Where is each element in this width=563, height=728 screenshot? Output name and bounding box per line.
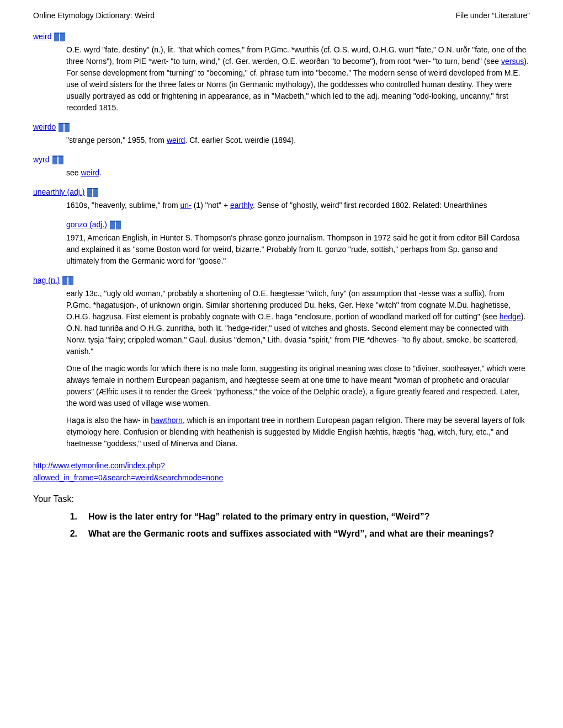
book-icon-weirdo (58, 122, 70, 133)
book-icon-hag (62, 275, 74, 286)
svg-rect-13 (52, 156, 58, 157)
svg-rect-6 (64, 123, 70, 132)
link-versus[interactable]: versus (501, 57, 524, 66)
def-hag: early 13c., "ugly old woman," probably a… (66, 288, 530, 357)
def-unearthly: 1610s, "heavenly, sublime," from un- (1)… (66, 200, 530, 211)
header-left: Online Etymology Dictionary: Weird (33, 11, 155, 20)
svg-rect-5 (59, 123, 64, 132)
book-icon-gonzo (109, 220, 121, 231)
entry-hag: hag (n.) early 13c., "ugly old woman," p… (33, 275, 530, 449)
link-hedge[interactable]: hedge (500, 312, 521, 321)
word-weird[interactable]: weird (33, 32, 51, 41)
svg-rect-0 (54, 33, 60, 41)
task-num-2: 2. (55, 527, 77, 541)
task-section: Your Task: 1. How is the later entry for… (33, 494, 530, 541)
svg-rect-22 (115, 221, 116, 229)
svg-rect-12 (57, 156, 59, 164)
svg-rect-15 (87, 188, 93, 197)
entry-wyrd: wyrd see weird. (33, 154, 530, 179)
svg-rect-26 (68, 276, 73, 285)
def-gonzo: 1971, American English, in Hunter S. Tho… (66, 232, 530, 267)
word-wyrd[interactable]: wyrd (33, 155, 50, 164)
url-line2[interactable]: allowed_in_frame=0&search=weird&searchmo… (33, 472, 530, 484)
header-right: File under “Literature” (455, 11, 530, 20)
svg-rect-25 (62, 276, 68, 285)
book-icon-unearthly (87, 187, 99, 198)
task-item-1: 1. How is the later entry for “Hag” rela… (55, 510, 530, 524)
svg-rect-4 (60, 33, 65, 34)
link-weird-from-wyrd[interactable]: weird (81, 168, 99, 177)
svg-rect-24 (115, 221, 121, 222)
svg-rect-28 (62, 276, 68, 277)
svg-rect-14 (58, 156, 63, 157)
hag-extra-para1: One of the magic words for which there i… (66, 363, 530, 409)
word-hag[interactable]: hag (n.) (33, 276, 60, 285)
def-weirdo: "strange person," 1955, from weird. Cf. … (66, 135, 530, 146)
task-label: Your Task: (33, 494, 530, 504)
def-wyrd: see weird. (66, 167, 530, 179)
svg-rect-9 (64, 123, 70, 124)
task-num-1: 1. (55, 510, 77, 524)
svg-rect-27 (67, 276, 68, 285)
page-header: Online Etymology Dictionary: Weird File … (33, 11, 530, 20)
svg-rect-1 (60, 33, 65, 41)
svg-rect-11 (58, 156, 63, 164)
word-gonzo[interactable]: gonzo (adj.) (66, 220, 107, 229)
entry-gonzo: gonzo (adj.) 1971, American English, in … (33, 219, 530, 267)
svg-rect-10 (52, 156, 58, 164)
link-un[interactable]: un- (180, 201, 192, 210)
task-list: 1. How is the later entry for “Hag” rela… (55, 510, 530, 541)
svg-rect-21 (115, 221, 121, 229)
link-earthly[interactable]: earthly (230, 201, 253, 210)
book-icon-wyrd (52, 154, 64, 165)
word-unearthly[interactable]: unearthly (adj.) (33, 188, 84, 196)
task-text-2: What are the Germanic roots and suffixes… (88, 527, 530, 541)
svg-rect-19 (93, 188, 98, 189)
task-item-2: 2. What are the Germanic roots and suffi… (55, 527, 530, 541)
link-weird-from-weirdo[interactable]: weird (167, 136, 185, 144)
book-icon-weird (54, 31, 66, 42)
link-hawthorn[interactable]: hawthorn (151, 416, 183, 425)
svg-rect-2 (59, 33, 60, 41)
svg-rect-16 (93, 188, 98, 197)
word-weirdo[interactable]: weirdo (33, 122, 56, 131)
svg-rect-18 (87, 188, 93, 189)
svg-rect-29 (68, 276, 73, 277)
def-weird: O.E. wyrd "fate, destiny" (n.), lit. "th… (66, 44, 530, 114)
url-line1[interactable]: http://www.etymonline.com/index.php? (33, 459, 530, 472)
hag-extra-para2: Haga is also the haw- in hawthorn, which… (66, 415, 530, 449)
svg-rect-8 (59, 123, 64, 124)
svg-rect-23 (110, 221, 115, 222)
url-block: http://www.etymonline.com/index.php? all… (33, 459, 530, 484)
svg-rect-20 (110, 221, 115, 229)
svg-rect-3 (54, 33, 60, 34)
svg-rect-17 (92, 188, 93, 197)
task-text-1: How is the later entry for “Hag” related… (88, 510, 530, 524)
svg-rect-7 (63, 123, 65, 132)
entry-weird: weird O.E. wyrd "fate, destiny" (n.), li… (33, 31, 530, 114)
entry-unearthly: unearthly (adj.) 1610s, "heavenly, subli… (33, 186, 530, 211)
entry-weirdo: weirdo "strange person," 1955, from weir… (33, 121, 530, 146)
